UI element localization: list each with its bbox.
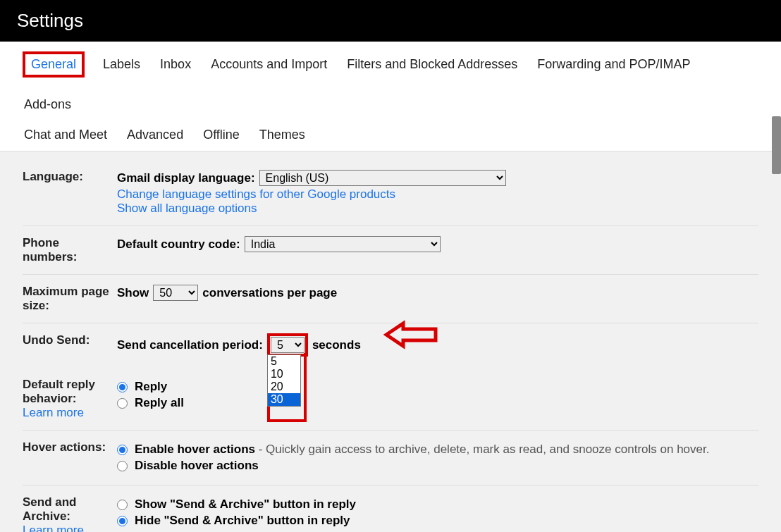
send-archive-learn-more-link[interactable]: Learn more: [23, 524, 84, 532]
reply-learn-more-link[interactable]: Learn more: [23, 406, 84, 419]
section-undo: Undo Send: Send cancellation period: 5 5…: [23, 323, 758, 368]
section-hover: Hover actions: Enable hover actions - Qu…: [23, 431, 758, 485]
arrow-annotation-icon: [383, 319, 438, 354]
tab-advanced[interactable]: Advanced: [125, 125, 185, 145]
phone-label: Phone numbers:: [23, 236, 117, 264]
tab-inbox[interactable]: Inbox: [159, 54, 192, 75]
show-send-archive-label: Show "Send & Archive" button in reply: [135, 497, 356, 512]
display-language-select[interactable]: English (US): [259, 170, 506, 186]
reply-option-label: Reply: [135, 380, 167, 394]
enable-hover-label: Enable hover actions: [135, 443, 255, 456]
undo-option-20[interactable]: 20: [268, 381, 300, 393]
reply-radio[interactable]: [117, 382, 128, 392]
country-code-label: Default country code:: [117, 237, 240, 252]
undo-option-30[interactable]: 30: [268, 393, 300, 406]
undo-dropdown-list: 5 10 20 30: [267, 354, 301, 407]
pagesize-select[interactable]: 50: [153, 285, 198, 301]
reply-all-radio[interactable]: [117, 398, 128, 409]
tab-accounts[interactable]: Accounts and Import: [209, 54, 328, 75]
country-code-select[interactable]: India: [245, 236, 441, 252]
disable-hover-label: Disable hover actions: [135, 459, 259, 473]
pagesize-label: Maximum page size:: [23, 285, 117, 313]
undo-period-select[interactable]: 5: [271, 337, 305, 353]
section-reply: Default reply behavior: Learn more Reply…: [23, 368, 758, 431]
scrollbar-thumb[interactable]: [772, 116, 781, 174]
tab-offline[interactable]: Offline: [202, 125, 241, 145]
section-send-archive: Send and Archive: Learn more Show "Send …: [23, 485, 758, 532]
reply-all-option-label: Reply all: [135, 396, 184, 410]
cancellation-period-label: Send cancellation period:: [117, 338, 263, 352]
tab-labels[interactable]: Labels: [102, 54, 142, 75]
undo-option-10[interactable]: 10: [268, 368, 300, 381]
hover-label: Hover actions:: [23, 440, 117, 475]
display-language-label: Gmail display language:: [117, 171, 255, 185]
tabs-container: General Labels Inbox Accounts and Import…: [0, 42, 781, 151]
change-language-link[interactable]: Change language settings for other Googl…: [117, 187, 395, 201]
section-language: Language: Gmail display language: Englis…: [23, 160, 758, 226]
tab-chat[interactable]: Chat and Meet: [23, 125, 109, 145]
undo-option-5[interactable]: 5: [268, 355, 300, 368]
show-send-archive-radio[interactable]: [117, 500, 128, 510]
language-label: Language:: [23, 170, 117, 216]
enable-hover-radio[interactable]: [117, 445, 128, 455]
tab-forwarding[interactable]: Forwarding and POP/IMAP: [536, 54, 691, 75]
show-label: Show: [117, 286, 149, 300]
undo-select-highlight: 5 5 10 20 30: [267, 333, 308, 357]
tab-general-highlight: General: [23, 51, 85, 78]
per-page-label: conversations per page: [202, 286, 337, 300]
show-all-languages-link[interactable]: Show all language options: [117, 202, 257, 215]
undo-label: Undo Send:: [23, 333, 117, 358]
section-pagesize: Maximum page size: Show 50 conversations…: [23, 275, 758, 323]
reply-behavior-label: Default reply behavior: Learn more: [23, 378, 117, 420]
tabs-row-1: General Labels Inbox Accounts and Import…: [23, 51, 758, 115]
tab-filters[interactable]: Filters and Blocked Addresses: [345, 54, 519, 75]
tab-general[interactable]: General: [30, 54, 78, 74]
send-archive-label: Send and Archive: Learn more: [23, 495, 117, 532]
section-phone: Phone numbers: Default country code: Ind…: [23, 226, 758, 275]
disable-hover-radio[interactable]: [117, 461, 128, 471]
tabs-row-2: Chat and Meet Advanced Offline Themes: [23, 125, 758, 145]
enable-hover-desc: - Quickly gain access to archive, delete…: [255, 443, 709, 456]
seconds-label: seconds: [312, 338, 361, 352]
settings-content: Language: Gmail display language: Englis…: [0, 151, 781, 532]
hide-send-archive-radio[interactable]: [117, 516, 128, 526]
page-title: Settings: [0, 0, 781, 42]
tab-addons[interactable]: Add-ons: [23, 94, 73, 115]
hide-send-archive-label: Hide "Send & Archive" button in reply: [135, 514, 350, 528]
tab-themes[interactable]: Themes: [258, 125, 307, 145]
